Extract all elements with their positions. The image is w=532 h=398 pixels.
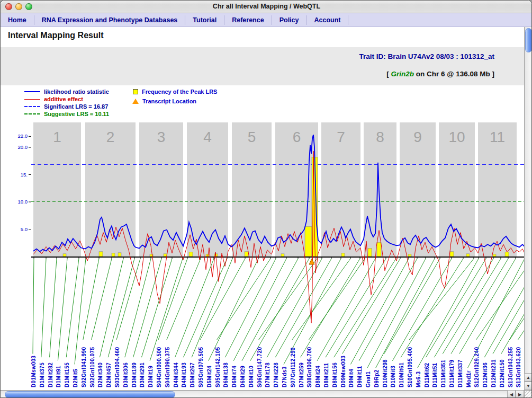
marker-label: D1Mit155 [64, 362, 70, 387]
chromosome-number: 3 [157, 129, 166, 145]
marker-label: D11Mit51 [432, 362, 438, 387]
marker-label: D7Nds3 [282, 366, 287, 387]
marker-connector-line [66, 259, 79, 357]
marker-label: Ms6-3 [416, 372, 421, 387]
marker-label: D7Mit259 [299, 362, 304, 387]
marker-label: S10Gnf095.400 [407, 347, 413, 387]
marker-label: D3Mit189 [131, 362, 137, 387]
marker-label: D10Mit298 [382, 359, 388, 387]
marker-connector-line [259, 259, 317, 340]
marker-label: S04Gnf000.500 [156, 347, 162, 387]
y-tick-label: 10.0 [18, 199, 28, 205]
marker-connector-line [175, 259, 214, 357]
marker-connector-line [33, 259, 34, 354]
marker-label: D9Mit11 [357, 366, 363, 387]
marker-connector-line [392, 259, 452, 361]
marker-connector-line [359, 259, 417, 361]
frequency-bar [368, 249, 372, 257]
marker-label: D4Mit344 [173, 362, 179, 387]
chromosome-bands: 1234567891011 [33, 122, 517, 257]
scroll-up-button[interactable]: ▲ [524, 373, 532, 382]
marker-label: D6Mit10 [248, 366, 254, 387]
gene-symbol-link[interactable]: Grin2b [391, 70, 414, 78]
marker-connector-line [50, 259, 57, 357]
marker-label: D2Mit5 [73, 369, 78, 387]
marker-label: Mod1r [466, 370, 472, 387]
frequency-bar [150, 254, 153, 257]
marker-label: D09Msw003 [340, 356, 346, 387]
frequency-bar [112, 253, 115, 257]
frequency-bar [99, 252, 103, 257]
frequency-bar [118, 253, 121, 257]
legend-significant-label: Significant LRS = 16.87 [44, 103, 108, 110]
marker-connector-line [116, 259, 140, 340]
marker-label: D3Mit19 [148, 366, 154, 387]
additive-effect-curve [33, 151, 525, 323]
marker-connector-line [92, 259, 112, 340]
frequency-bar [305, 226, 312, 257]
marker-connector-line [242, 259, 298, 361]
curves [33, 135, 525, 323]
scroll-left-button[interactable]: ◀ [507, 390, 516, 398]
marker-label: S02Gnf041.990 [81, 347, 87, 387]
marker-connector-line [167, 259, 201, 340]
scroll-right-button[interactable]: ▶ [516, 390, 524, 398]
marker-label: D10Mit61 [399, 362, 404, 387]
frequency-bar [505, 252, 509, 257]
scroll-down-button[interactable]: ▼ [524, 382, 532, 390]
marker-connector-line [434, 259, 493, 357]
marker-connector-line [292, 259, 350, 340]
marker-connector-line [125, 259, 151, 357]
frequency-bar [312, 157, 318, 257]
marker-label: S04Gnf090.375 [165, 347, 170, 387]
app-window: Chr all Interval Mapping / WebQTL Home R… [0, 0, 532, 398]
marker-connector-line [384, 259, 440, 354]
marker-connector-line [267, 259, 322, 357]
y-tick-label: 20.0 [18, 144, 28, 150]
marker-connector-line [108, 259, 134, 357]
marker-connector-line [401, 259, 463, 357]
marker-connector-line [250, 259, 309, 361]
vertical-scrollbar[interactable]: ▲ ▼ [524, 27, 532, 390]
chromosome-number: 2 [106, 129, 115, 145]
chromosome-number: 7 [337, 129, 345, 145]
marker-connector-line [133, 259, 161, 357]
frequency-square-icon [133, 89, 138, 94]
frequency-bar [466, 254, 470, 257]
resize-grip[interactable] [524, 390, 532, 398]
marker-connector-line [217, 259, 270, 340]
marker-label: D8Mit211 [323, 362, 329, 387]
marker-label: D12Mit231 [491, 359, 497, 387]
chromosome-number: 11 [490, 129, 505, 145]
marker-label: D10Mit3 [390, 366, 396, 387]
chromosome-number: 1 [53, 129, 61, 145]
horizontal-scrollbar-thumb[interactable] [5, 391, 175, 398]
chromosome-number: 10 [448, 129, 465, 145]
marker-label: D2Mit340 [97, 362, 103, 387]
marker-label: D6Mit74 [231, 366, 237, 387]
frequency-bar [377, 242, 381, 257]
marker-label: D8Mit156 [332, 362, 338, 387]
marker-connector-line [150, 259, 183, 361]
marker-connector-line [334, 259, 396, 357]
marker-label: D6Mit138 [223, 362, 229, 387]
legend-transcript-label: Transcript Location [142, 98, 196, 104]
marker-label: S02Gnf100.075 [89, 347, 95, 387]
legend-suggestive: Suggestive LRS = 10.11 [24, 111, 109, 117]
marker-connector-line [141, 259, 172, 357]
marker-connector-line [100, 259, 123, 357]
frequency-bar [281, 254, 284, 257]
horizontal-scrollbar[interactable]: ◀ ▶ [1, 390, 524, 398]
frequency-bar [63, 254, 66, 257]
marker-label: S13Gnf043.255 [508, 347, 513, 387]
frequency-bar [493, 254, 496, 257]
frequency-bar [341, 253, 345, 257]
marker-label: D9Mit4 [348, 369, 354, 387]
marker-connector-line [158, 259, 187, 340]
marker-connector-line [225, 259, 276, 357]
marker-label: D4Mit193 [181, 362, 187, 387]
frequency-bar [214, 254, 218, 257]
marker-connector-line [326, 259, 386, 357]
marker-connector-line [209, 259, 258, 361]
vertical-scrollbar-thumb[interactable] [525, 28, 532, 52]
